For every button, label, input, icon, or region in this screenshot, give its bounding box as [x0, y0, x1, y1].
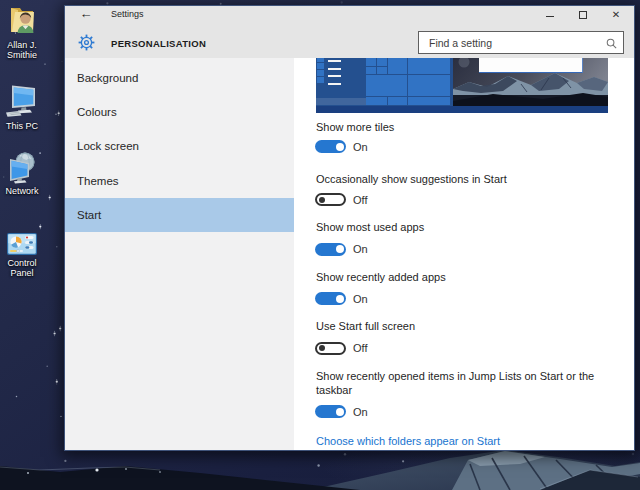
- toggle-pill[interactable]: [315, 193, 346, 206]
- search-input[interactable]: [419, 32, 623, 53]
- main-content: Show more tiles On Occasionally show sug…: [294, 58, 634, 450]
- close-icon: ✕: [612, 10, 620, 20]
- minimize-button[interactable]: [540, 6, 560, 24]
- setting-label: Show recently added apps: [316, 270, 596, 285]
- choose-folders-link[interactable]: Choose which folders appear on Start: [316, 434, 500, 449]
- toggle-pill[interactable]: [315, 405, 346, 418]
- window-title: Settings: [111, 9, 144, 20]
- desktop-icon-this-pc[interactable]: This PC: [0, 85, 44, 131]
- toggle-pill[interactable]: [315, 342, 346, 355]
- toggle-state-label: Off: [353, 194, 367, 206]
- minimize-icon: [546, 16, 554, 17]
- toggle-show-recently-added[interactable]: On: [315, 292, 368, 305]
- desktop-icon-user-files[interactable]: Allan J. Smithie: [0, 4, 44, 60]
- desktop-icon-network[interactable]: Network: [0, 150, 44, 196]
- sidebar-item-label: Lock screen: [77, 140, 139, 152]
- sidebar-item-label: Background: [77, 72, 138, 84]
- sidebar-item-colours[interactable]: Colours: [65, 95, 294, 129]
- setting-label: Show most used apps: [316, 220, 596, 235]
- toggle-state-label: On: [353, 293, 368, 305]
- toggle-knob: [336, 295, 344, 303]
- caption-buttons: ✕: [527, 6, 626, 24]
- desktop-icon-control-panel[interactable]: Control Panel: [0, 232, 44, 278]
- toggle-knob: [336, 245, 344, 253]
- toggle-state-label: On: [353, 141, 368, 153]
- search-icon: [605, 37, 618, 50]
- toggle-show-jump-list-items[interactable]: On: [315, 405, 368, 418]
- toggle-state-label: Off: [353, 342, 367, 354]
- sidebar-item-background[interactable]: Background: [65, 61, 294, 95]
- toggle-show-most-used-apps[interactable]: On: [315, 243, 368, 256]
- sidebar-item-label: Colours: [77, 106, 117, 118]
- toggle-pill[interactable]: [315, 243, 346, 256]
- sidebar: Background Colours Lock screen Themes St…: [65, 58, 294, 450]
- network-icon: [5, 150, 39, 184]
- toggle-start-full-screen[interactable]: Off: [315, 342, 367, 355]
- page-title: PERSONALISATION: [111, 38, 206, 49]
- toggle-knob: [319, 197, 325, 203]
- desktop-icon-label: Control Panel: [0, 258, 44, 278]
- desktop-icon-label: Network: [0, 186, 44, 196]
- toggle-pill[interactable]: [315, 292, 346, 305]
- window-body: Background Colours Lock screen Themes St…: [65, 58, 634, 450]
- toggle-pill[interactable]: [315, 140, 346, 153]
- toggle-show-suggestions[interactable]: Off: [315, 193, 367, 206]
- toggle-knob: [336, 143, 344, 151]
- window-topbar: ← Settings ✕ PERSONALISATION: [65, 6, 634, 58]
- start-menu-preview: [316, 58, 608, 113]
- control-panel-icon: [5, 232, 39, 256]
- gear-icon: [78, 34, 95, 51]
- preview-mini-window: [479, 58, 583, 73]
- sidebar-item-start[interactable]: Start: [65, 198, 294, 232]
- close-button[interactable]: ✕: [606, 6, 626, 24]
- sidebar-item-themes[interactable]: Themes: [65, 163, 294, 197]
- setting-label: Occasionally show suggestions in Start: [316, 172, 596, 187]
- toggle-knob: [319, 345, 325, 351]
- setting-label: Show more tiles: [316, 120, 596, 135]
- user-folder-icon: [5, 4, 39, 38]
- toggle-show-more-tiles[interactable]: On: [315, 140, 368, 153]
- desktop-icon-label: This PC: [0, 121, 44, 131]
- sidebar-item-label: Themes: [77, 175, 119, 187]
- toggle-state-label: On: [353, 243, 368, 255]
- preview-taskbar: [316, 106, 608, 113]
- this-pc-icon: [5, 85, 39, 119]
- setting-label: Use Start full screen: [316, 319, 596, 334]
- maximize-button[interactable]: [573, 6, 593, 24]
- sidebar-item-label: Start: [77, 209, 101, 221]
- setting-label: Show recently opened items in Jump Lists…: [316, 369, 608, 397]
- toggle-state-label: On: [353, 406, 368, 418]
- desktop-icon-label: Allan J. Smithie: [0, 40, 44, 60]
- maximize-icon: [579, 11, 587, 19]
- search-box: [418, 31, 624, 54]
- settings-window: ← Settings ✕ PERSONALISATION: [64, 5, 635, 451]
- sidebar-item-lock-screen[interactable]: Lock screen: [65, 129, 294, 163]
- toggle-knob: [336, 408, 344, 416]
- back-button[interactable]: ←: [78, 7, 94, 21]
